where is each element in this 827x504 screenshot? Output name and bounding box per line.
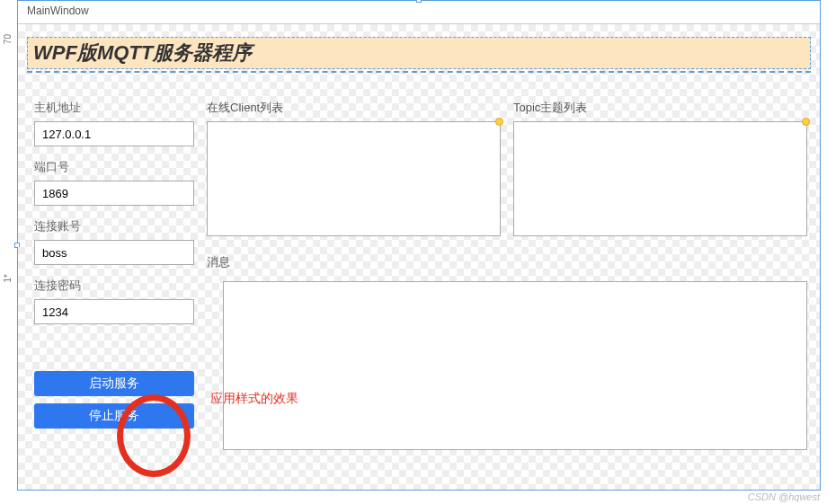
topic-list-box[interactable] <box>513 121 807 236</box>
service-button-group: 启动服务 停止服务 <box>34 371 207 429</box>
topic-list-panel: Topic主题列表 <box>513 100 807 236</box>
host-field-group: 主机地址 <box>34 100 207 146</box>
start-service-button[interactable]: 启动服务 <box>34 371 194 396</box>
resize-handle-top[interactable] <box>416 0 422 3</box>
app-title-text: WPF版MQTT服务器程序 <box>33 41 252 64</box>
port-label: 端口号 <box>34 159 207 175</box>
password-field-group: 连接密码 <box>34 278 207 324</box>
designer-window-frame: MainWindow WPF版MQTT服务器程序 主机地址 端口号 连接账号 <box>17 0 821 491</box>
lightbulb-icon[interactable] <box>494 117 503 128</box>
main-content-row: 主机地址 端口号 连接账号 连接密码 启动服务 停止服务 <box>18 93 820 490</box>
account-label: 连接账号 <box>34 218 207 234</box>
lightbulb-icon[interactable] <box>801 117 810 128</box>
window-title-text: MainWindow <box>27 4 89 17</box>
password-input[interactable] <box>34 299 194 324</box>
client-area: WPF版MQTT服务器程序 主机地址 端口号 连接账号 连接密码 <box>18 24 820 490</box>
window-title-bar: MainWindow <box>18 1 820 24</box>
client-list-panel: 在线Client列表 <box>207 100 501 236</box>
host-label: 主机地址 <box>34 100 207 116</box>
port-field-group: 端口号 <box>34 159 207 206</box>
account-field-group: 连接账号 <box>34 218 207 265</box>
designer-row-divider <box>27 71 811 73</box>
watermark-text: CSDN @hqwest <box>748 491 820 502</box>
client-list-label: 在线Client列表 <box>207 100 501 116</box>
settings-column: 主机地址 端口号 连接账号 连接密码 启动服务 停止服务 <box>18 93 207 490</box>
message-box[interactable] <box>223 281 807 450</box>
port-input[interactable] <box>34 181 194 206</box>
host-input[interactable] <box>34 121 194 146</box>
stop-service-button[interactable]: 停止服务 <box>34 403 194 429</box>
topic-list-label: Topic主题列表 <box>513 100 807 116</box>
account-input[interactable] <box>34 240 194 265</box>
message-label: 消息 <box>207 254 230 270</box>
lists-row: 在线Client列表 Topic主题列表 <box>207 100 807 236</box>
password-label: 连接密码 <box>34 278 207 294</box>
annotation-text: 应用样式的效果 <box>210 391 298 407</box>
ruler-mark-70: 70 <box>3 34 13 44</box>
message-section: 消息 <box>207 254 807 450</box>
client-list-box[interactable] <box>207 121 501 236</box>
monitor-column: 在线Client列表 Topic主题列表 消息 <box>207 93 820 490</box>
ruler-mark-star: 1* <box>3 274 13 282</box>
app-title-banner: WPF版MQTT服务器程序 <box>27 37 811 69</box>
